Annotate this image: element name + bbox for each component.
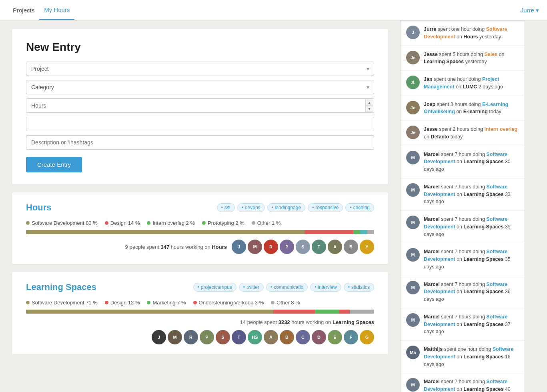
legend-label-design: Design 14 % bbox=[110, 220, 140, 226]
date-field-group: 07/01/2015 bbox=[26, 117, 374, 131]
ls-legend-softdev: Software Development 71 % bbox=[26, 300, 98, 306]
ls-dot-softdev bbox=[26, 301, 30, 304]
project-select[interactable]: Project bbox=[26, 62, 374, 76]
hours-legend: Software Development 80 % Design 14 % In… bbox=[26, 220, 374, 226]
ls-progress-other bbox=[350, 310, 374, 314]
category-select[interactable]: Category bbox=[26, 80, 374, 94]
ls-dot-ondersteuning bbox=[193, 301, 197, 304]
sidebar-avatar-2: Je bbox=[406, 51, 420, 64]
legend-dot-other bbox=[252, 221, 255, 225]
ls-progress-softdev bbox=[26, 310, 273, 314]
hours-project-card: Hours ssl devops landingpage responsive … bbox=[12, 192, 388, 264]
legend-label-intern: Intern overleg 2 % bbox=[152, 220, 195, 226]
ls-avatar-8: A bbox=[264, 330, 278, 344]
ls-progress-ondersteuning bbox=[339, 310, 350, 314]
hours-people-text: 9 people spent 347 hours working on Hour… bbox=[125, 244, 227, 250]
hours-up-button[interactable]: ▲ bbox=[365, 100, 373, 106]
ls-dot-design bbox=[105, 301, 108, 304]
ls-avatar-2: M bbox=[168, 330, 182, 344]
description-input[interactable] bbox=[26, 135, 374, 150]
date-input[interactable]: 07/01/2015 bbox=[26, 117, 374, 131]
tag-projectcampus[interactable]: projectcampus bbox=[193, 283, 236, 292]
sidebar-text-13: Marcel spent 7 hours doing Software Deve… bbox=[424, 378, 519, 392]
sidebar-text-1: Jurre spent one hour doing Software Deve… bbox=[424, 26, 519, 41]
ls-tags: projectcampus twitter communicatio inter… bbox=[193, 283, 374, 292]
tag-twitter[interactable]: twitter bbox=[239, 283, 264, 292]
category-field-group: Category bbox=[26, 80, 374, 94]
project-field-group: Project bbox=[26, 62, 374, 76]
ls-project-header: Learning Spaces projectcampus twitter co… bbox=[26, 282, 374, 292]
tag-communicatio[interactable]: communicatio bbox=[266, 283, 308, 292]
avatar-8: B bbox=[344, 240, 358, 254]
sidebar-text-4: Joep spent 3 hours doing E-Learning Ontw… bbox=[424, 101, 519, 116]
tag-devops[interactable]: devops bbox=[237, 203, 265, 212]
category-select-wrapper: Category bbox=[26, 80, 374, 94]
sidebar-item-11: M Marcel spent 7 hours doing Software De… bbox=[401, 308, 524, 341]
sidebar-avatar-7: M bbox=[406, 183, 420, 197]
sidebar-text-7: Marcel spent 7 hours doing Software Deve… bbox=[424, 183, 519, 206]
progress-other bbox=[367, 230, 374, 234]
progress-design bbox=[305, 230, 353, 234]
create-entry-button[interactable]: Create Entry bbox=[26, 157, 82, 172]
nav-projects[interactable]: Projects bbox=[8, 1, 39, 19]
hours-avatars: J M R P S T A B Y bbox=[232, 240, 374, 254]
nav-user[interactable]: Jurre bbox=[521, 7, 539, 14]
sidebar-item-2: Je Jesse spent 5 hours doing Sales on Le… bbox=[401, 46, 524, 71]
activity-sidebar: J Jurre spent one hour doing Software De… bbox=[400, 21, 524, 392]
avatar-5: S bbox=[296, 240, 310, 254]
ls-project-title[interactable]: Learning Spaces bbox=[26, 282, 96, 292]
ls-progress-design bbox=[273, 310, 315, 314]
sidebar-item-6: M Marcel spent 7 hours doing Software De… bbox=[401, 146, 524, 178]
ls-people-info: 14 people spent 3232 hours working on Le… bbox=[26, 319, 374, 344]
sidebar-item-5: Je Jesse spent 2 hours doing Intern over… bbox=[401, 121, 524, 146]
avatar-7: A bbox=[328, 240, 342, 254]
legend-design: Design 14 % bbox=[105, 220, 140, 226]
legend-label-other: Other 1 % bbox=[257, 220, 281, 226]
sidebar-item-8: M Marcel spent 7 hours doing Software De… bbox=[401, 211, 524, 243]
ls-legend-other: Other 8 % bbox=[271, 300, 300, 306]
tag-caching[interactable]: caching bbox=[345, 203, 374, 212]
tag-interview[interactable]: interview bbox=[310, 283, 341, 292]
tag-ssl[interactable]: ssl bbox=[217, 203, 235, 212]
page-layout: New Entry Project Category ▲ bbox=[0, 21, 547, 392]
main-content: New Entry Project Category ▲ bbox=[0, 21, 400, 392]
hours-input[interactable] bbox=[26, 98, 374, 113]
nav-my-hours[interactable]: My Hours bbox=[39, 1, 74, 20]
ls-avatar-4: P bbox=[200, 330, 214, 344]
ls-legend-marketing: Marketing 7 % bbox=[147, 300, 186, 306]
ls-progress-marketing bbox=[315, 310, 339, 314]
hours-down-button[interactable]: ▼ bbox=[365, 106, 373, 112]
sidebar-text-12: Matthijs spent one hour doing Software D… bbox=[424, 346, 519, 368]
sidebar-avatar-12: Ma bbox=[406, 346, 420, 359]
ls-avatar-3: R bbox=[184, 330, 198, 344]
progress-softdev bbox=[26, 230, 305, 234]
ls-label-other: Other 8 % bbox=[277, 300, 300, 306]
sidebar-text-11: Marcel spent 7 hours doing Software Deve… bbox=[424, 313, 519, 336]
legend-dot-softdev bbox=[26, 221, 30, 225]
avatar-4: P bbox=[280, 240, 294, 254]
progress-proto bbox=[360, 230, 367, 234]
learning-spaces-card: Learning Spaces projectcampus twitter co… bbox=[12, 272, 388, 354]
legend-softdev: Software Development 80 % bbox=[26, 220, 98, 226]
sidebar-avatar-10: M bbox=[406, 281, 420, 294]
sidebar-avatar-3: JL bbox=[406, 76, 420, 89]
sidebar-avatar-6: M bbox=[406, 151, 420, 164]
hours-people-info: 9 people spent 347 hours working on Hour… bbox=[26, 240, 374, 254]
sidebar-text-9: Marcel spent 7 hours doing Software Deve… bbox=[424, 248, 519, 270]
tag-responsive[interactable]: responsive bbox=[308, 203, 343, 212]
ls-label-marketing: Marketing 7 % bbox=[152, 300, 186, 306]
sidebar-item-3: JL Jan spent one hour doing Project Mana… bbox=[401, 71, 524, 96]
sidebar-text-5: Jesse spent 2 hours doing Intern overleg… bbox=[424, 126, 519, 141]
legend-dot-intern bbox=[147, 221, 150, 225]
hours-project-title[interactable]: Hours bbox=[26, 202, 52, 213]
ls-progress-bar bbox=[26, 310, 374, 314]
sidebar-avatar-9: M bbox=[406, 248, 420, 262]
tag-landingpage[interactable]: landingpage bbox=[267, 203, 306, 212]
tag-statistics[interactable]: statistics bbox=[344, 283, 374, 292]
ls-avatar-13: F bbox=[344, 330, 358, 344]
ls-avatar-5: S bbox=[216, 330, 230, 344]
ls-label-softdev: Software Development 71 % bbox=[32, 300, 98, 306]
sidebar-avatar-11: M bbox=[406, 313, 420, 327]
legend-label-prototyping: Prototyping 2 % bbox=[208, 220, 244, 226]
hours-spinner: ▲ ▼ bbox=[365, 100, 373, 112]
